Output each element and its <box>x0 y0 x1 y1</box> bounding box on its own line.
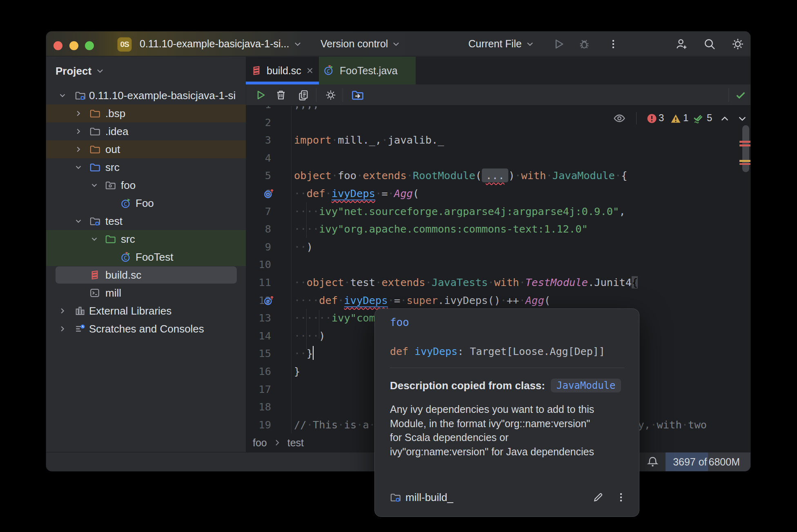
tab-build-sc[interactable]: build.sc <box>246 57 319 84</box>
next-problem-button[interactable] <box>737 113 748 124</box>
settings-button[interactable] <box>731 38 744 51</box>
svg-text:C: C <box>124 201 127 207</box>
breadcrumb-item[interactable]: test <box>287 437 304 449</box>
tree-item-label: mill <box>105 284 121 302</box>
doc-description-label: Description copied from class: <box>390 379 545 392</box>
tree-item--bsp[interactable]: .bsp <box>46 104 246 122</box>
project-panel-title: Project <box>56 65 91 78</box>
debug-button[interactable] <box>578 38 591 51</box>
tree-item-label: .bsp <box>105 104 125 122</box>
copy-button[interactable] <box>297 89 309 101</box>
reader-mode-icon[interactable] <box>613 112 626 125</box>
chevron-down-icon[interactable] <box>90 235 99 244</box>
breadcrumb-item[interactable]: foo <box>253 437 267 449</box>
error-stripe[interactable] <box>739 144 750 146</box>
run-configuration-label: Current File <box>468 38 522 50</box>
close-window-button[interactable] <box>53 41 62 50</box>
error-count: 3 <box>659 112 664 124</box>
override-gutter-icon[interactable] <box>263 188 274 199</box>
file-scala-icon <box>89 270 100 280</box>
line-number: 11 <box>246 273 271 291</box>
notifications-bell-icon[interactable] <box>646 456 659 468</box>
doc-module-name: mill-build_ <box>405 491 453 504</box>
chevron-right-icon[interactable] <box>74 109 83 118</box>
project-title-widget[interactable]: 0.11.10-example-basicjava-1-si... <box>140 31 302 56</box>
chevron-right-icon[interactable] <box>74 145 83 154</box>
tree-item-test[interactable]: test <box>46 212 246 230</box>
tree-item-label: Foo <box>136 194 154 212</box>
memory-used: 3697 of <box>673 456 707 468</box>
doc-more-button[interactable] <box>615 492 627 503</box>
chevron-down-icon <box>96 66 105 75</box>
run-button[interactable] <box>552 38 565 51</box>
line-number: 10 <box>246 255 271 273</box>
tree-item--idea[interactable]: .idea <box>46 122 246 140</box>
override-gutter-icon[interactable] <box>263 295 274 306</box>
edit-icon[interactable] <box>592 492 604 503</box>
chevron-down-icon[interactable] <box>74 163 83 172</box>
chevron-down-icon <box>293 40 302 49</box>
tree-item-foo[interactable]: CFoo <box>46 194 246 212</box>
passed-icon <box>692 113 703 124</box>
tree-item-src[interactable]: src <box>46 230 246 248</box>
commit-check-icon[interactable] <box>735 89 747 101</box>
delete-button[interactable] <box>275 89 287 101</box>
chevron-right-icon[interactable] <box>74 127 83 136</box>
more-actions-button[interactable] <box>607 38 620 51</box>
tree-item-label: External Libraries <box>89 302 171 320</box>
svg-text:C: C <box>124 255 127 261</box>
project-panel-header[interactable]: Project <box>56 63 105 79</box>
folder-icon <box>89 126 100 137</box>
tab-footest-java[interactable]: C FooTest.java <box>319 57 416 84</box>
tree-item-scratches-and-consoles[interactable]: Scratches and Consoles <box>46 320 246 338</box>
prev-problem-button[interactable] <box>719 113 730 124</box>
folder-module-icon <box>75 90 85 101</box>
tree-item-src[interactable]: src <box>46 158 246 176</box>
doc-symbol-link[interactable]: foo <box>390 316 409 328</box>
chevron-right-icon[interactable] <box>58 306 67 315</box>
warning-stripe[interactable] <box>739 160 750 162</box>
scratches-icon <box>75 324 85 334</box>
chevron-down-icon <box>392 40 401 49</box>
chevron-down-icon[interactable] <box>74 217 83 226</box>
project-title: 0.11.10-example-basicjava-1-si... <box>140 38 289 50</box>
chevron-right-icon[interactable] <box>58 324 67 333</box>
memory-indicator[interactable]: 3697 of 6800M <box>666 452 750 471</box>
tree-item-0-11-10-example-basicjava-1-si[interactable]: 0.11.10-example-basicjava-1-si <box>46 86 246 104</box>
run-configuration-widget[interactable]: Current File <box>468 31 534 56</box>
error-stripe[interactable] <box>739 163 750 165</box>
doc-class-chip[interactable]: JavaModule <box>551 379 621 392</box>
run-script-button[interactable] <box>254 89 267 101</box>
project-tool-window: Project 0.11.10-example-basicjava-1-si.b… <box>46 57 246 452</box>
search-everywhere-button[interactable] <box>703 38 716 51</box>
code-with-me-button[interactable] <box>675 38 688 51</box>
line-number: 2 <box>246 113 271 131</box>
passed-count: 5 <box>707 112 712 124</box>
tree-item-external-libraries[interactable]: External Libraries <box>46 302 246 320</box>
tree-item-foo[interactable]: foo <box>46 176 246 194</box>
terminal-icon <box>89 288 100 298</box>
warning-count: 1 <box>683 112 688 124</box>
move-to-module-button[interactable] <box>351 89 363 101</box>
error-stripe[interactable] <box>739 141 750 143</box>
close-tab-icon[interactable] <box>305 66 314 75</box>
tab-label: FooTest.java <box>340 65 398 77</box>
line-number: 8 <box>246 220 271 238</box>
tree-item-out[interactable]: out <box>46 140 246 158</box>
line-number: 7 <box>246 202 271 220</box>
editor-scrollbar[interactable] <box>742 125 749 172</box>
folder-excluded-icon <box>89 108 100 119</box>
chevron-down-icon[interactable] <box>90 181 99 190</box>
minimize-window-button[interactable] <box>69 41 78 50</box>
zoom-window-button[interactable] <box>85 41 94 50</box>
line-number: 4 <box>246 149 271 167</box>
tree-item-label: .idea <box>105 122 128 140</box>
vcs-widget[interactable]: Version control <box>321 31 401 56</box>
tree-item-mill[interactable]: mill <box>46 284 246 302</box>
tree-item-build-sc[interactable]: build.sc <box>46 266 246 284</box>
tree-item-footest[interactable]: CFooTest <box>46 248 246 266</box>
folder-module-icon <box>89 216 100 226</box>
script-settings-button[interactable] <box>325 89 337 101</box>
chevron-down-icon[interactable] <box>58 91 67 100</box>
editor-tab-bar: build.sc C FooTest.java <box>246 57 750 84</box>
